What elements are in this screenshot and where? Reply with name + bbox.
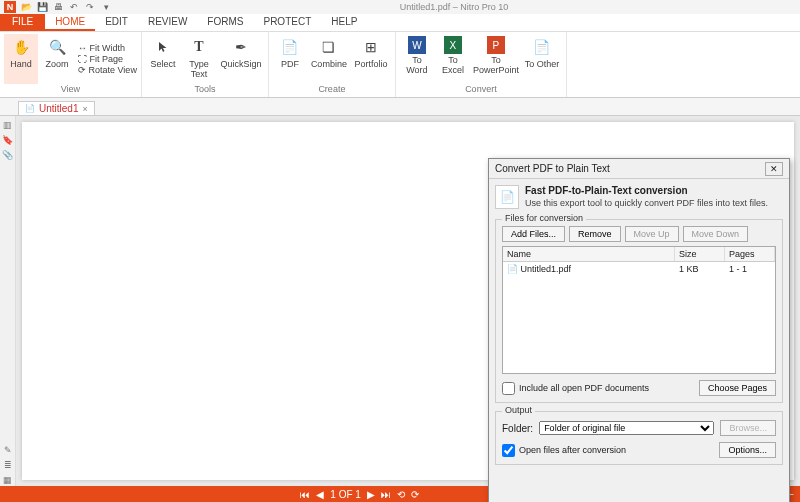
print-icon[interactable]: 🖶 <box>52 1 64 13</box>
to-other-icon: 📄 <box>531 36 553 58</box>
last-page-icon[interactable]: ⏭ <box>381 489 391 500</box>
folder-select[interactable]: Folder of original file <box>539 421 714 435</box>
remove-button[interactable]: Remove <box>569 226 621 242</box>
select-label: Select <box>150 60 175 70</box>
to-word-button[interactable]: W To Word <box>400 34 434 84</box>
zoom-button[interactable]: 🔍 Zoom <box>40 34 74 84</box>
quicksign-button[interactable]: ✒ QuickSign <box>218 34 264 84</box>
quicksign-icon: ✒ <box>230 36 252 58</box>
include-open-label: Include all open PDF documents <box>519 383 649 393</box>
file-row-pages: 1 - 1 <box>725 262 775 276</box>
attachments-panel-icon[interactable]: 📎 <box>2 149 14 161</box>
group-tools: Select T Type Text ✒ QuickSign Tools <box>142 32 269 97</box>
pdf-button[interactable]: 📄 PDF <box>273 34 307 84</box>
col-name[interactable]: Name <box>503 247 675 261</box>
move-up-button[interactable]: Move Up <box>625 226 679 242</box>
fit-width-button[interactable]: ↔ Fit Width <box>78 43 137 53</box>
to-excel-label: To Excel <box>442 56 464 76</box>
group-view-caption: View <box>61 84 80 95</box>
tab-review[interactable]: REVIEW <box>138 14 197 31</box>
output-panel-icon[interactable]: ▦ <box>2 474 14 486</box>
rotate-view-label: Rotate View <box>89 65 137 75</box>
combine-button[interactable]: ❏ Combine <box>309 34 349 84</box>
output-fieldset: Output Folder: Folder of original file B… <box>495 411 783 465</box>
next-page-icon[interactable]: ▶ <box>367 489 375 500</box>
tab-help[interactable]: HELP <box>321 14 367 31</box>
workspace: ▥ 🔖 📎 ✎ ≣ ▦ Convert PDF to Plain Text ✕ … <box>0 116 800 486</box>
undo-icon[interactable]: ↶ <box>68 1 80 13</box>
prev-page-icon[interactable]: ◀ <box>316 489 324 500</box>
fit-page-label: Fit Page <box>90 54 124 64</box>
app-icon: N <box>4 1 16 13</box>
fit-page-button[interactable]: ⛶ Fit Page <box>78 54 137 64</box>
left-panel-rail: ▥ 🔖 📎 ✎ ≣ ▦ <box>0 116 16 486</box>
include-open-checkbox[interactable] <box>502 382 515 395</box>
files-fieldset: Files for conversion Add Files... Remove… <box>495 219 783 403</box>
quicksign-label: QuickSign <box>220 60 261 70</box>
dialog-heading: Fast PDF-to-Plain-Text conversion <box>525 185 688 196</box>
move-down-button[interactable]: Move Down <box>683 226 749 242</box>
qa-dropdown-icon[interactable]: ▾ <box>100 1 112 13</box>
portfolio-icon: ⊞ <box>360 36 382 58</box>
close-tab-icon[interactable]: × <box>82 104 87 114</box>
col-size[interactable]: Size <box>675 247 725 261</box>
group-create-caption: Create <box>318 84 345 95</box>
redo-icon[interactable]: ↷ <box>84 1 96 13</box>
layers-panel-icon[interactable]: ≣ <box>2 459 14 471</box>
tab-home[interactable]: HOME <box>45 14 95 31</box>
dialog-title: Convert PDF to Plain Text <box>495 163 765 174</box>
open-icon[interactable]: 📂 <box>20 1 32 13</box>
page-navigator: ⏮ ◀ 1 OF 1 ▶ ⏭ ⟲ ⟳ <box>300 489 419 500</box>
zoom-label: Zoom <box>45 60 68 70</box>
group-create: 📄 PDF ❏ Combine ⊞ Portfolio Create <box>269 32 396 97</box>
hand-icon: ✋ <box>10 36 32 58</box>
file-list-header: Name Size Pages <box>503 247 775 262</box>
pdf-icon: 📄 <box>279 36 301 58</box>
bookmarks-panel-icon[interactable]: 🔖 <box>2 134 14 146</box>
convert-icon: 📄 <box>495 185 519 209</box>
browse-button[interactable]: Browse... <box>720 420 776 436</box>
signatures-panel-icon[interactable]: ✎ <box>2 444 14 456</box>
col-pages[interactable]: Pages <box>725 247 775 261</box>
open-after-checkbox[interactable] <box>502 444 515 457</box>
file-row-name: 📄 Untitled1.pdf <box>503 262 675 276</box>
choose-pages-button[interactable]: Choose Pages <box>699 380 776 396</box>
to-powerpoint-label: To PowerPoint <box>473 56 519 76</box>
tab-forms[interactable]: FORMS <box>197 14 253 31</box>
options-button[interactable]: Options... <box>719 442 776 458</box>
add-files-button[interactable]: Add Files... <box>502 226 565 242</box>
pages-panel-icon[interactable]: ▥ <box>2 119 14 131</box>
file-list[interactable]: Name Size Pages 📄 Untitled1.pdf 1 KB 1 -… <box>502 246 776 374</box>
hand-button[interactable]: ✋ Hand <box>4 34 38 84</box>
excel-icon: X <box>444 36 462 54</box>
document-tab-bar: 📄 Untitled1 × <box>0 98 800 116</box>
type-text-button[interactable]: T Type Text <box>182 34 216 84</box>
ribbon: ✋ Hand 🔍 Zoom ↔ Fit Width ⛶ Fit Page ⟳ R… <box>0 32 800 98</box>
select-button[interactable]: Select <box>146 34 180 84</box>
tab-protect[interactable]: PROTECT <box>253 14 321 31</box>
group-tools-caption: Tools <box>194 84 215 95</box>
file-row-size: 1 KB <box>675 262 725 276</box>
file-row[interactable]: 📄 Untitled1.pdf 1 KB 1 - 1 <box>503 262 775 276</box>
dialog-close-button[interactable]: ✕ <box>765 162 783 176</box>
nav-back-icon[interactable]: ⟲ <box>397 489 405 500</box>
to-other-button[interactable]: 📄 To Other <box>522 34 562 84</box>
output-legend: Output <box>502 405 535 415</box>
to-other-label: To Other <box>525 60 560 70</box>
hand-label: Hand <box>10 60 32 70</box>
nav-forward-icon[interactable]: ⟳ <box>411 489 419 500</box>
to-powerpoint-button[interactable]: P To PowerPoint <box>472 34 520 84</box>
tab-file[interactable]: FILE <box>0 14 45 31</box>
portfolio-button[interactable]: ⊞ Portfolio <box>351 34 391 84</box>
group-convert-caption: Convert <box>465 84 497 95</box>
group-view: ✋ Hand 🔍 Zoom ↔ Fit Width ⛶ Fit Page ⟳ R… <box>0 32 142 97</box>
first-page-icon[interactable]: ⏮ <box>300 489 310 500</box>
tab-edit[interactable]: EDIT <box>95 14 138 31</box>
document-tab[interactable]: 📄 Untitled1 × <box>18 101 95 115</box>
window-title: Untitled1.pdf – Nitro Pro 10 <box>112 2 796 12</box>
title-bar: N 📂 💾 🖶 ↶ ↷ ▾ Untitled1.pdf – Nitro Pro … <box>0 0 800 14</box>
save-icon[interactable]: 💾 <box>36 1 48 13</box>
combine-label: Combine <box>311 60 347 70</box>
to-excel-button[interactable]: X To Excel <box>436 34 470 84</box>
rotate-view-button[interactable]: ⟳ Rotate View <box>78 65 137 75</box>
